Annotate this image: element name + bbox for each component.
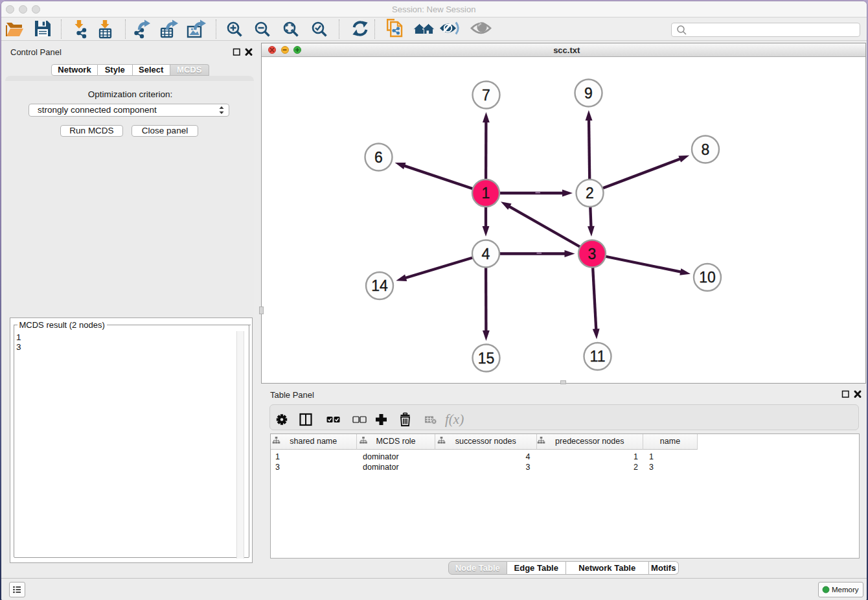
svg-text:4: 4 — [482, 246, 490, 262]
svg-text:1: 1 — [482, 185, 490, 202]
svg-text:f(x): f(x) — [445, 411, 464, 427]
svg-text:2: 2 — [586, 185, 594, 202]
svg-text:Memory: Memory — [832, 586, 859, 594]
svg-text:10: 10 — [699, 269, 716, 286]
svg-text:7: 7 — [482, 87, 490, 104]
svg-text:3: 3 — [588, 246, 597, 262]
svg-text:11: 11 — [590, 348, 606, 365]
svg-text:9: 9 — [584, 85, 593, 102]
svg-text:15: 15 — [478, 350, 495, 367]
svg-text:6: 6 — [374, 149, 383, 166]
svg-text:14: 14 — [371, 277, 388, 294]
svg-text:8: 8 — [702, 141, 710, 158]
